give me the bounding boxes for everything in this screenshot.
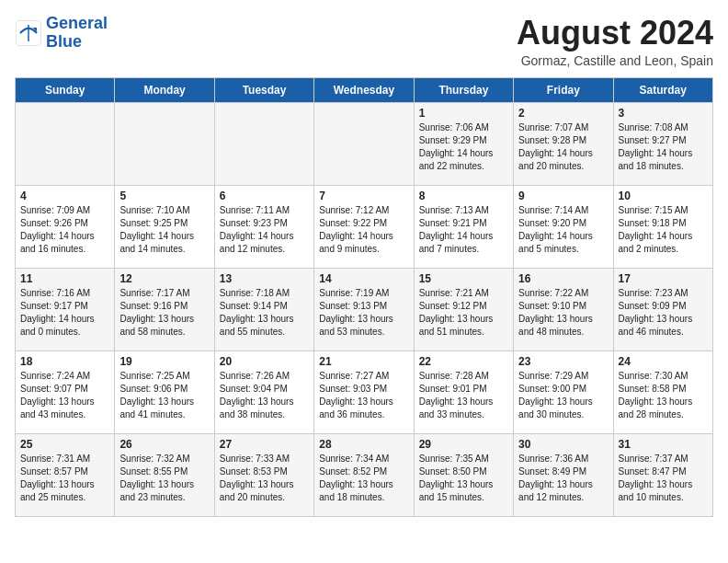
calendar-cell: 24Sunrise: 7:30 AM Sunset: 8:58 PM Dayli… <box>613 350 712 433</box>
month-year: August 2024 <box>517 15 713 52</box>
day-info: Sunrise: 7:26 AM Sunset: 9:04 PM Dayligh… <box>220 370 309 421</box>
day-info: Sunrise: 7:11 AM Sunset: 9:23 PM Dayligh… <box>220 204 309 256</box>
day-info: Sunrise: 7:19 AM Sunset: 9:13 PM Dayligh… <box>319 287 408 339</box>
day-info: Sunrise: 7:35 AM Sunset: 8:50 PM Dayligh… <box>419 453 508 504</box>
calendar-cell: 13Sunrise: 7:18 AM Sunset: 9:14 PM Dayli… <box>214 268 313 350</box>
day-number: 16 <box>518 272 608 285</box>
day-number: 23 <box>518 355 608 368</box>
calendar-cell: 1Sunrise: 7:06 AM Sunset: 9:29 PM Daylig… <box>414 102 513 185</box>
day-info: Sunrise: 7:33 AM Sunset: 8:53 PM Dayligh… <box>220 453 309 504</box>
day-info: Sunrise: 7:34 AM Sunset: 8:52 PM Dayligh… <box>319 453 408 504</box>
day-info: Sunrise: 7:09 AM Sunset: 9:26 PM Dayligh… <box>20 204 109 256</box>
day-number: 18 <box>20 355 109 368</box>
day-info: Sunrise: 7:18 AM Sunset: 9:14 PM Dayligh… <box>220 287 309 339</box>
calendar-cell: 16Sunrise: 7:22 AM Sunset: 9:10 PM Dayli… <box>514 268 613 350</box>
calendar-cell: 7Sunrise: 7:12 AM Sunset: 9:22 PM Daylig… <box>314 185 414 268</box>
day-number: 20 <box>220 355 309 368</box>
day-number: 7 <box>319 190 408 202</box>
day-number: 28 <box>319 438 408 451</box>
calendar-cell: 18Sunrise: 7:24 AM Sunset: 9:07 PM Dayli… <box>16 350 115 433</box>
day-number: 5 <box>119 190 209 202</box>
day-info: Sunrise: 7:37 AM Sunset: 8:47 PM Dayligh… <box>619 453 708 504</box>
day-info: Sunrise: 7:08 AM Sunset: 9:27 PM Dayligh… <box>619 121 708 173</box>
calendar-cell: 17Sunrise: 7:23 AM Sunset: 9:09 PM Dayli… <box>613 268 712 350</box>
day-info: Sunrise: 7:21 AM Sunset: 9:12 PM Dayligh… <box>419 287 508 339</box>
day-number: 14 <box>319 272 408 285</box>
day-number: 30 <box>518 438 608 451</box>
day-info: Sunrise: 7:23 AM Sunset: 9:09 PM Dayligh… <box>619 287 708 339</box>
day-info: Sunrise: 7:12 AM Sunset: 9:22 PM Dayligh… <box>319 204 408 256</box>
day-info: Sunrise: 7:15 AM Sunset: 9:18 PM Dayligh… <box>619 204 708 256</box>
logo-icon <box>15 19 42 47</box>
calendar-cell: 23Sunrise: 7:29 AM Sunset: 9:00 PM Dayli… <box>514 350 613 433</box>
day-number: 6 <box>220 190 309 202</box>
logo: General Blue <box>15 15 108 52</box>
calendar-cell: 31Sunrise: 7:37 AM Sunset: 8:47 PM Dayli… <box>613 433 712 516</box>
weekday-header-thursday: Thursday <box>414 77 513 102</box>
calendar-cell: 15Sunrise: 7:21 AM Sunset: 9:12 PM Dayli… <box>414 268 513 350</box>
calendar-cell <box>16 102 115 185</box>
day-number: 2 <box>518 107 608 120</box>
weekday-header-saturday: Saturday <box>613 77 712 102</box>
calendar-cell <box>314 102 414 185</box>
calendar-cell: 20Sunrise: 7:26 AM Sunset: 9:04 PM Dayli… <box>214 350 313 433</box>
calendar-cell: 3Sunrise: 7:08 AM Sunset: 9:27 PM Daylig… <box>613 102 712 185</box>
calendar-cell: 9Sunrise: 7:14 AM Sunset: 9:20 PM Daylig… <box>514 185 613 268</box>
weekday-header-monday: Monday <box>115 77 214 102</box>
weekday-header-tuesday: Tuesday <box>214 77 313 102</box>
weekday-header-friday: Friday <box>514 77 613 102</box>
calendar-body: 1Sunrise: 7:06 AM Sunset: 9:29 PM Daylig… <box>16 102 713 516</box>
day-number: 9 <box>518 190 608 202</box>
calendar-week-3: 11Sunrise: 7:16 AM Sunset: 9:17 PM Dayli… <box>16 268 713 350</box>
day-info: Sunrise: 7:14 AM Sunset: 9:20 PM Dayligh… <box>518 204 608 256</box>
day-info: Sunrise: 7:36 AM Sunset: 8:49 PM Dayligh… <box>518 453 608 504</box>
day-number: 8 <box>419 190 508 202</box>
day-number: 10 <box>619 190 708 202</box>
calendar-cell: 26Sunrise: 7:32 AM Sunset: 8:55 PM Dayli… <box>115 433 214 516</box>
day-number: 12 <box>119 272 209 285</box>
weekday-header-row: SundayMondayTuesdayWednesdayThursdayFrid… <box>16 77 713 102</box>
day-info: Sunrise: 7:07 AM Sunset: 9:28 PM Dayligh… <box>518 121 608 173</box>
calendar-table: SundayMondayTuesdayWednesdayThursdayFrid… <box>15 77 713 517</box>
day-number: 29 <box>419 438 508 451</box>
weekday-header-sunday: Sunday <box>16 77 115 102</box>
location: Gormaz, Castille and Leon, Spain <box>517 53 713 68</box>
day-number: 1 <box>419 107 508 120</box>
calendar-cell: 22Sunrise: 7:28 AM Sunset: 9:01 PM Dayli… <box>414 350 513 433</box>
calendar-cell: 11Sunrise: 7:16 AM Sunset: 9:17 PM Dayli… <box>16 268 115 350</box>
day-info: Sunrise: 7:17 AM Sunset: 9:16 PM Dayligh… <box>119 287 209 339</box>
logo-text: General Blue <box>46 15 108 52</box>
calendar-week-1: 1Sunrise: 7:06 AM Sunset: 9:29 PM Daylig… <box>16 102 713 185</box>
day-number: 27 <box>220 438 309 451</box>
calendar-week-5: 25Sunrise: 7:31 AM Sunset: 8:57 PM Dayli… <box>16 433 713 516</box>
day-number: 25 <box>20 438 109 451</box>
day-number: 3 <box>619 107 708 120</box>
calendar-cell: 30Sunrise: 7:36 AM Sunset: 8:49 PM Dayli… <box>514 433 613 516</box>
day-info: Sunrise: 7:29 AM Sunset: 9:00 PM Dayligh… <box>518 370 608 421</box>
title-block: August 2024 Gormaz, Castille and Leon, S… <box>517 15 713 68</box>
day-number: 11 <box>20 272 109 285</box>
day-info: Sunrise: 7:25 AM Sunset: 9:06 PM Dayligh… <box>119 370 209 421</box>
day-number: 26 <box>119 438 209 451</box>
calendar-cell: 10Sunrise: 7:15 AM Sunset: 9:18 PM Dayli… <box>613 185 712 268</box>
calendar-cell: 25Sunrise: 7:31 AM Sunset: 8:57 PM Dayli… <box>16 433 115 516</box>
day-info: Sunrise: 7:28 AM Sunset: 9:01 PM Dayligh… <box>419 370 508 421</box>
day-info: Sunrise: 7:32 AM Sunset: 8:55 PM Dayligh… <box>119 453 209 504</box>
calendar-cell: 8Sunrise: 7:13 AM Sunset: 9:21 PM Daylig… <box>414 185 513 268</box>
calendar-cell: 14Sunrise: 7:19 AM Sunset: 9:13 PM Dayli… <box>314 268 414 350</box>
calendar-cell: 5Sunrise: 7:10 AM Sunset: 9:25 PM Daylig… <box>115 185 214 268</box>
day-info: Sunrise: 7:24 AM Sunset: 9:07 PM Dayligh… <box>20 370 109 421</box>
calendar-week-2: 4Sunrise: 7:09 AM Sunset: 9:26 PM Daylig… <box>16 185 713 268</box>
calendar-cell: 21Sunrise: 7:27 AM Sunset: 9:03 PM Dayli… <box>314 350 414 433</box>
weekday-header-wednesday: Wednesday <box>314 77 414 102</box>
day-number: 19 <box>119 355 209 368</box>
calendar-cell: 19Sunrise: 7:25 AM Sunset: 9:06 PM Dayli… <box>115 350 214 433</box>
calendar-header: SundayMondayTuesdayWednesdayThursdayFrid… <box>16 77 713 102</box>
page-header: General Blue August 2024 Gormaz, Castill… <box>15 15 713 68</box>
calendar-cell: 12Sunrise: 7:17 AM Sunset: 9:16 PM Dayli… <box>115 268 214 350</box>
day-number: 22 <box>419 355 508 368</box>
calendar-cell: 28Sunrise: 7:34 AM Sunset: 8:52 PM Dayli… <box>314 433 414 516</box>
day-info: Sunrise: 7:10 AM Sunset: 9:25 PM Dayligh… <box>119 204 209 256</box>
day-info: Sunrise: 7:31 AM Sunset: 8:57 PM Dayligh… <box>20 453 109 504</box>
calendar-week-4: 18Sunrise: 7:24 AM Sunset: 9:07 PM Dayli… <box>16 350 713 433</box>
